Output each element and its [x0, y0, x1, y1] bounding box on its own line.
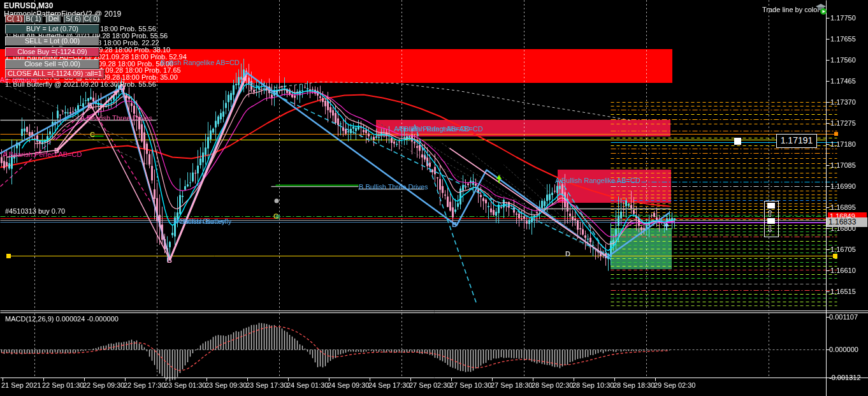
toolbar-button[interactable]: B( 1) [24, 15, 43, 23]
time-axis-label: 24 Sep 01:30 [287, 381, 328, 389]
time-axis-label: 27 Sep 10:30 [450, 381, 491, 389]
time-axis-label: 23 Sep 09:30 [205, 381, 247, 389]
time-axis-label: 22 Sep 09:30 [83, 381, 124, 389]
toolbar-button[interactable]: C( 0) [83, 15, 101, 23]
pattern-label: A Bullish Rangelike AB=CD [398, 125, 483, 133]
time-axis-label: 21 Sep 2021 [1, 381, 41, 389]
time-axis-label: 29 Sep 02:30 [654, 381, 695, 389]
macd-axis-tick: -0.001312 [829, 374, 861, 381]
pattern-label: A Bearish Three Drives [80, 114, 152, 122]
trade-panel-button[interactable]: CLOSE ALL =(-1124.09) :all=1 [5, 69, 105, 78]
trade-panel-button[interactable]: BUY = Lot (0.70) [5, 24, 99, 34]
price-axis-tick: 1.16610 [830, 267, 856, 274]
time-axis-label: 24 Sep 17:30 [368, 381, 410, 389]
time-axis-label: 28 Sep 10:30 [572, 381, 614, 389]
time-axis-label: 28 Sep 18:30 [613, 381, 655, 389]
time-axis-label: 22 Sep 01:30 [42, 381, 83, 389]
price-axis-tick: 1.17370 [830, 98, 856, 106]
swing-point-letter: C [90, 131, 95, 138]
price-axis-tick: 1.16895 [830, 203, 856, 211]
expert-advisor-icon[interactable] [815, 3, 827, 15]
last-price-box: 1.16833 [827, 217, 867, 227]
price-axis-tick: 1.17085 [830, 161, 856, 169]
toolbar-button[interactable]: S( 6) [64, 15, 83, 23]
time-axis-label: 23 Sep 17:30 [246, 381, 287, 389]
arrow-up-icon: ⇧ [766, 209, 774, 218]
trade-panel-button[interactable]: SELL = Lot (0.00) [5, 36, 99, 46]
chart-symbol-title: EURUSD,M30 [4, 1, 53, 10]
swing-point-letter: B [54, 147, 59, 154]
pattern-label: B Bullish Three Drives [359, 183, 428, 191]
price-drag-widget[interactable]: ⇧ ⇩ [764, 201, 779, 237]
time-axis-label: 24 Sep 09:30 [328, 381, 369, 389]
price-axis-tick: 1.17560 [830, 56, 856, 64]
trade-panel-button[interactable]: Close Buy =(-1124.09) [5, 47, 99, 57]
price-axis-tick: 1.16515 [830, 288, 856, 295]
swing-point-letter: D [119, 84, 124, 91]
swing-point-letter: D [565, 250, 570, 258]
time-axis-label: 23 Sep 01:30 [164, 381, 206, 389]
pattern-label: A Bullish Rangelike AB=CD [555, 177, 640, 184]
swing-point-letter: C [273, 212, 278, 220]
macd-axis-tick: 0.000000 [829, 346, 858, 353]
time-axis-label: 28 Sep 02:30 [532, 381, 573, 389]
time-axis-label: 27 Sep 18:30 [491, 381, 532, 389]
price-axis-tick: 1.16990 [830, 182, 856, 190]
swing-point-letter: B [87, 101, 92, 109]
mt4-chart-window: EURUSD,M30 HarmonicPatternFinderV2 @ 201… [0, 0, 868, 396]
price-axis-tick: 1.17180 [830, 140, 856, 148]
crosshair-price-box: 1.17191 [776, 134, 817, 148]
pattern-label: Bullish Rangelike AB=CD [161, 59, 240, 66]
macd-axis-tick: 0.001107 [829, 313, 858, 321]
swing-point-letter: B [452, 221, 457, 228]
price-axis-tick: 1.16705 [830, 246, 856, 253]
price-axis-tick: 1.17465 [830, 77, 856, 85]
trendline-anchor-square[interactable] [734, 138, 741, 145]
price-axis-tick: 1.17655 [830, 35, 856, 43]
open-position-label: #4510313 buy 0.70 [5, 207, 65, 215]
trade-line-hint: Trade line by color [762, 6, 820, 13]
time-axis-label: 27 Sep 02:30 [409, 381, 451, 389]
price-axis-tick: 1.17275 [830, 119, 856, 127]
arrow-down-icon: ⇩ [766, 224, 774, 233]
price-axis-tick: 1.17750 [830, 14, 856, 22]
toolbar-button[interactable]: Del [46, 15, 61, 23]
pattern-label: X Bullish Butterfly [177, 217, 231, 225]
time-axis-label: 22 Sep 17:30 [124, 381, 165, 389]
toolbar-button[interactable]: C( 1) [5, 15, 24, 23]
trade-panel-button[interactable]: Close Sell =(0.00) [5, 59, 99, 69]
swing-point-letter: B [167, 256, 172, 264]
macd-indicator-label: MACD(12,26,9) 0.000024 -0.000000 [5, 315, 119, 323]
pattern-label: A Bearish Perfect AB=CD [3, 150, 82, 158]
